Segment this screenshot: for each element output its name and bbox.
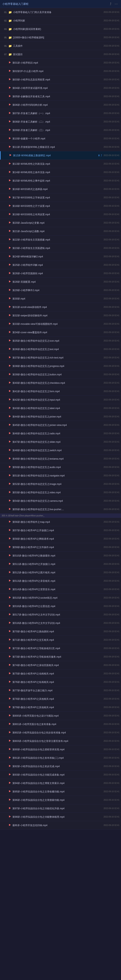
list-item[interactable]: 第44讲-微信小程序组件动态交互之picker.mp42022-09-18 02… — [0, 412, 121, 421]
list-item[interactable]: 第79讲-微信小程序API之其他相关.mp42022-09-18 02:41 — [0, 703, 121, 711]
list-item[interactable]: 第03讲-小程序生态及应用前景.mp42022-09-18 02:41 — [0, 75, 121, 84]
list-item[interactable]: 第95讲-小程序实战综合分包之文章收藏功能.mp42022-09-16 02:4… — [0, 788, 121, 796]
list-item[interactable]: 第71讲-微信小程序API之交互相关.mp42022-09-18 02:41 — [0, 636, 121, 644]
list-item[interactable]: 第45讲-微信小程序组件动态交互之picker-view.mp42022-09-… — [0, 421, 121, 429]
list-item[interactable]: 第31讲-scroll-view滚动组件.mp42022-09-18 02:41 — [0, 303, 121, 311]
list-item[interactable]: 第78讲-微信小程序API之其他相关.mp42022-09-18 02:41 — [0, 695, 121, 703]
list-item[interactable]: 第515讲-微信小程序API之socket状态.mp42022-09-18 02… — [0, 593, 121, 602]
list-item[interactable]: 第06讲-小程序代码结构分析.mp42022-09-18 02:41 — [0, 101, 121, 109]
list-item[interactable]: 第21讲-JavaScript之函数.mp42022-09-18 02:41 — [0, 227, 121, 235]
list-item[interactable]: 第05讲-全解微信开发者实工具.mp42022-09-18 02:41 — [0, 92, 121, 101]
list-item[interactable]: 第13讲-WXML特性之列表渲染.mp42022-09-16 02:41 — [0, 160, 121, 168]
list-item[interactable]: 第29讲-小程序事件2.mp42022-09-18 02:41 — [0, 286, 121, 294]
list-item[interactable]: 第48讲-微信小程序组件动态交互之switch.mp42022-09-18 02… — [0, 446, 121, 455]
list-item[interactable]: 02.📁小程序到家2022-09-18 02:41 — [0, 16, 121, 25]
list-item[interactable]: 第516讲-微信小程序API之位置信息.mp42022-09-18 02:41 — [0, 602, 121, 611]
list-item[interactable]: 第04讲-小程序开发试题环境.mp42022-09-18 02:41 — [0, 84, 121, 92]
list-item[interactable]: 03.📁小程序到家(面试回答素材)2022-09-18 02:41 — [0, 25, 121, 33]
share-button[interactable]: ⤴ — [109, 2, 112, 6]
list-item[interactable]: 01.📁小程序零基础入门门简介及开发准备2022-09-18 02:41 — [0, 8, 121, 16]
list-item[interactable]: 第14讲-WXML特性之条件渲染.mp42022-09-16 02:41 — [0, 168, 121, 177]
list-item[interactable]: 第02讲2P-什么是小程序.mp42022-09-18 02:41 — [0, 67, 121, 75]
list-item[interactable]: 第15讲-WXML特性之事件监听.mp42022-09-16 02:41 — [0, 177, 121, 185]
list-item[interactable]: 第800讲-小程序页面分包之设计与规划.mp42022-09-18 02:41 — [0, 711, 121, 720]
list-item[interactable]: 第98讲-小程序实战综合分包之功能整体梳理.mp42022-09-16 02:4… — [0, 813, 121, 821]
list-item[interactable]: 第514讲-微信小程序API之背景音乐.mp42022-09-18 02:41 — [0, 585, 121, 593]
list-item[interactable]: 第51讲-微信小程序组件动态交互之navigator.mp42022-09-18… — [0, 471, 121, 480]
list-item[interactable]: 第49讲-微信小程序组件动态交互之textarea.mp42022-09-18 … — [0, 455, 121, 463]
list-item[interactable]: 第55讲-微信小程序组件动态交互之live-pusher....2022-09-… — [0, 505, 121, 514]
list-item[interactable]: 第92讲-小程序实战综合分包之初步完成.mp42022-09-16 02:41 — [0, 762, 121, 770]
list-item[interactable]: 第801讲-小程序页面分包之发布准备.mp42022-09-16 02:41 — [0, 720, 121, 729]
list-item[interactable]: 第22讲-小程序发生主页面搭建.mp42022-09-18 02:41 — [0, 235, 121, 244]
list-item[interactable]: 第46讲-微信小程序组件动态交互之radio.mp42022-09-18 02:… — [0, 429, 121, 438]
list-item[interactable]: 第47讲-微信小程序组件动态交互之slider.mp42022-09-18 02… — [0, 438, 121, 446]
list-item[interactable]: 第43讲-微信小程序组件动态交互之label.mp42022-09-18 02:… — [0, 404, 121, 412]
list-item[interactable]: 第08讲-开发者工具解析（二）.mp42022-09-18 02:41 — [0, 118, 121, 126]
list-item[interactable]: 第24讲-MINA框架详解2.mp42022-09-18 02:41 — [0, 252, 121, 261]
list-item[interactable]: 第30讲.mp42022-09-18 02:41 — [0, 294, 121, 303]
list-item[interactable]: 第11讲-开发框架WXML之模板语言.mp42022-09-16 02:41 — [0, 143, 121, 151]
list-item[interactable]: 第518讲-微信小程序API之文件文字识别.mp42022-09-18 02:4… — [0, 619, 121, 627]
list-item[interactable]: 第54讲-微信小程序组件动态交互之camera.mp42022-09-18 02… — [0, 497, 121, 505]
list-item[interactable]: 第93讲-小程序实战综合分包之功能完成准备.mp42022-09-16 02:4… — [0, 770, 121, 779]
list-item[interactable]: 第01讲-小程序初识.mp42022-09-18 02:41 — [0, 59, 121, 67]
list-item[interactable]: 第18讲-WXSS特性之尺寸设置.mp42022-09-16 02:41 — [0, 202, 121, 210]
list-item[interactable]: 07.📁面试题目2022-09-18 02:41 — [0, 50, 121, 59]
list-item[interactable]: 第35讲-微信小程序组件动态交互之icon.mp42022-09-18 02:4… — [0, 337, 121, 345]
list-item[interactable]: 第26讲-小程序页面跳转.mp42022-09-18 02:41 — [0, 269, 121, 278]
list-item[interactable]: 第17讲-WXSS特性之字体设置.mp42022-09-16 02:41 — [0, 193, 121, 202]
list-item[interactable]: 第57讲-微信小程序API之开放接口.mp42022-09-18 02:41 — [0, 526, 121, 535]
list-item[interactable]: 第77讲-微信开放平台之接口能力.mp42022-09-16 02:41 — [0, 686, 121, 695]
list-item[interactable]: 第76讲-微信小程序API之绘画相关.mp42022-09-18 02:41 — [0, 678, 121, 686]
list-item[interactable]: 06.📁工具插件2022-09-18 02:41 — [0, 42, 121, 50]
list-item[interactable]: 第74讲-微信小程序API之滚动页面相关.mp42022-09-18 02:41 — [0, 661, 121, 670]
list-item[interactable]: 第16讲-WXSS样式之选择器.mp42022-09-16 02:41 — [0, 185, 121, 193]
list-item[interactable]: 第07讲-开发者工具解析（一）.mp42022-09-18 02:41 — [0, 109, 121, 118]
list-item[interactable]: 第56讲-微信小程序组件之map.mp42022-09-18 02:41 — [0, 518, 121, 526]
list-item[interactable]: 第40讲-微信小程序组件动态交互之checkbox.mp42022-09-18 … — [0, 379, 121, 387]
list-item[interactable]: 第511讲-微信小程序API之开放接口.mp42022-09-18 02:41 — [0, 560, 121, 568]
list-item[interactable]: 第96讲-小程序实战综合分包之文章搜索功能.mp42022-09-16 02:4… — [0, 796, 121, 804]
list-item[interactable]: 最终讲-小程序开发总结归纳.mp42022-09-18 02:41 — [0, 821, 121, 830]
list-item[interactable]: 第09讲-开发者工具解析（三）.mp42022-09-18 02:41 — [0, 126, 121, 134]
list-item[interactable]: 第36讲-微信小程序组件动态交互之text.mp42022-09-18 02:4… — [0, 345, 121, 353]
list-item[interactable]: 第510讲-微信小程序API之数据缓存.mp42022-09-18 02:41 — [0, 552, 121, 560]
list-item[interactable]: 第517讲-微信小程序API之文件文字识别.mp42022-09-18 02:4… — [0, 611, 121, 619]
list-item[interactable]: 第12讲-WXML模板之数据绑定.mp4⬇⤴2022-09-16 02:41 — [0, 151, 121, 160]
list-item[interactable]: 第58讲-微信小程序API之网络请求.mp42022-09-18 02:41 — [0, 535, 121, 543]
list-item[interactable]: 第25讲-小程序组件详解.mp42022-09-18 02:41 — [0, 261, 121, 269]
list-item[interactable]: 第91讲-小程序实战综合分包之发布准备(二).mp42022-09-16 02:… — [0, 754, 121, 762]
more-button[interactable]: ⋯ — [114, 2, 119, 6]
list-item[interactable]: 第19讲-WXSS特性之布局设置.mp42022-09-16 02:41 — [0, 210, 121, 219]
share-icon[interactable]: ⤴ — [101, 154, 102, 157]
list-item[interactable]: 第39讲-微信小程序组件动态交互之button.mp42022-09-18 02… — [0, 370, 121, 379]
list-item[interactable]: 第70讲-微信小程序API之路由跳转.mp42022-09-18 02:41 — [0, 627, 121, 636]
list-item[interactable]: 第59讲-微信小程序API之文件操作.mp42022-09-18 02:41 — [0, 543, 121, 552]
list-item[interactable]: 第52讲-微信小程序组件动态交互之image.mp42022-09-18 02:… — [0, 480, 121, 488]
list-item[interactable]: 第802讲-小程序实战综合分包之初步发布准备.mp42022-09-16 02:… — [0, 729, 121, 737]
list-item[interactable]: 第33讲-movable-view可移动视图组件.mp42022-09-18 0… — [0, 320, 121, 328]
list-item[interactable]: 第34讲-cover-view覆盖组件.mp42022-09-18 02:41 — [0, 328, 121, 337]
list-item[interactable]: 第10讲-创建第一个小程序.mp42022-09-16 02:41 — [0, 134, 121, 143]
list-item[interactable]: 第97讲-小程序实战综合分包之功能优化升级.mp42022-09-16 02:4… — [0, 804, 121, 813]
list-item[interactable]: 第37讲-微信小程序组件动态交互之rich-text.mp42022-09-18… — [0, 353, 121, 362]
list-item[interactable]: 第90讲-小程序实战综合分包之授权登录实现.mp42022-09-16 02:4… — [0, 745, 121, 754]
list-item[interactable]: 第28讲-页面配置.mp42022-09-18 02:41 — [0, 278, 121, 286]
list-item[interactable]: 第32讲-swiper滚动切换组件.mp42022-09-18 02:41 — [0, 311, 121, 320]
list-item[interactable]: 第50讲-微信小程序组件动态交互之audio.mp42022-09-18 02:… — [0, 463, 121, 471]
list-item[interactable]: 第42讲-微信小程序组件动态交互之input.mp42022-09-18 02:… — [0, 396, 121, 404]
list-item[interactable]: 第72讲-微信小程序API之导航条相关1页.mp42022-09-18 02:4… — [0, 644, 121, 652]
list-item[interactable]: 第513讲-微信小程序API之录音相关.mp42022-09-18 02:41 — [0, 577, 121, 585]
list-item[interactable]: 第23讲-小程序发生主页面逻辑.mp42022-09-18 02:41 — [0, 244, 121, 252]
download-icon[interactable]: ⬇ — [98, 154, 100, 157]
list-item[interactable]: 05.📁[10000+微信小程序模板源码]2022-09-18 02:41 — [0, 33, 121, 42]
list-item[interactable]: 第512讲-微信小程序API之图片相关.mp42022-09-18 02:41 — [0, 568, 121, 577]
list-item[interactable]: 第803讲-小程序实战综合分包之登录注册页发布.mp42022-09-16 02… — [0, 737, 121, 745]
list-item[interactable]: 第75讲-微信小程序API之动画相关.mp42022-09-18 02:41 — [0, 670, 121, 678]
list-item[interactable]: 第38讲-微信小程序组件动态交互之progress.mp42022-09-18 … — [0, 362, 121, 370]
list-item[interactable]: 第20讲-JavaScript之变量.mp42022-09-18 02:41 — [0, 219, 121, 227]
list-item[interactable]: 第41讲-微信小程序组件动态交互之form.mp42022-09-18 02:4… — [0, 387, 121, 396]
list-item[interactable]: 第73讲-微信小程序API之导航条相关服务.mp42022-09-18 02:4… — [0, 652, 121, 661]
list-item[interactable]: 第94讲-小程序实战综合分包之博客文章展示.mp42022-09-16 02:4… — [0, 779, 121, 788]
